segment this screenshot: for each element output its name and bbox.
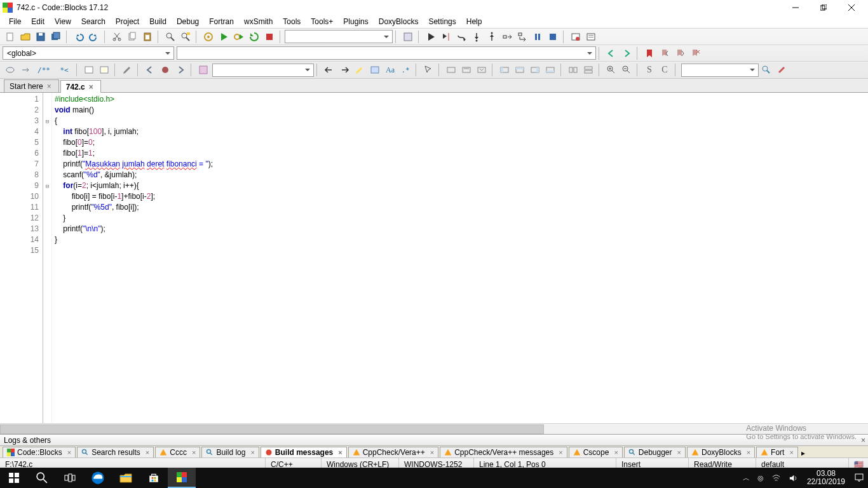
build-icon[interactable] <box>201 30 216 44</box>
search-button[interactable] <box>28 468 56 488</box>
cut-icon[interactable] <box>109 30 125 44</box>
zoom-in-icon[interactable] <box>604 63 619 77</box>
tray-wifi-icon[interactable] <box>768 468 785 488</box>
log-tab-close-icon[interactable]: × <box>747 449 750 456</box>
menu-file[interactable]: File <box>4 16 26 27</box>
log-tab-build-messages[interactable]: Build messages× <box>261 447 347 458</box>
menu-doxyblocks[interactable]: DoxyBlocks <box>374 16 424 27</box>
close-button[interactable] <box>837 0 865 15</box>
match-case-icon[interactable]: Aa <box>383 63 398 77</box>
log-tab-close-icon[interactable]: × <box>146 449 149 456</box>
log-tab-close-icon[interactable]: × <box>677 449 681 456</box>
debug-run-icon[interactable] <box>423 30 438 44</box>
fortran-combo[interactable] <box>212 64 314 77</box>
log-tabs-more-icon[interactable]: ▸ <box>799 449 807 458</box>
code-area[interactable]: #include<stdio.h>void main(){ int fibo[1… <box>52 93 868 423</box>
tray-notifications-icon[interactable] <box>850 468 868 488</box>
bookmark-prev-icon[interactable] <box>657 46 672 60</box>
log-tab-close-icon[interactable]: × <box>338 449 342 456</box>
code-editor[interactable]: 123456789101112131415 ⊟⊟ #include<stdio.… <box>0 93 868 423</box>
log-tab-search-results[interactable]: Search results× <box>77 447 154 458</box>
log-tab-cscope[interactable]: Cscope× <box>569 447 623 458</box>
doxy-extract-icon[interactable] <box>18 63 33 77</box>
doxy-line-icon[interactable]: *< <box>55 63 74 77</box>
search-combo[interactable] <box>681 64 759 77</box>
menu-settings[interactable]: Settings <box>423 16 461 27</box>
split1-icon[interactable] <box>566 63 581 77</box>
split2-icon[interactable] <box>581 63 596 77</box>
log-tab-fort[interactable]: Fort× <box>756 447 798 458</box>
scope-combo[interactable]: <global> <box>3 46 174 60</box>
system-tray[interactable]: ︿ ◎ 03.0822/10/2019 <box>739 468 868 488</box>
log-tab-close-icon[interactable]: × <box>789 449 793 456</box>
replace-icon[interactable] <box>178 30 193 44</box>
log-tab-close-icon[interactable]: × <box>67 449 71 456</box>
log-tab-close-icon[interactable]: × <box>430 449 434 456</box>
menu-debug[interactable]: Debug <box>172 16 204 27</box>
arrow-right-icon[interactable] <box>337 63 352 77</box>
tray-chevron-icon[interactable]: ︿ <box>739 468 754 488</box>
new-file-icon[interactable] <box>3 30 18 44</box>
symbol-combo[interactable] <box>177 46 596 60</box>
letter-c-icon[interactable]: C <box>657 63 672 77</box>
regex-icon[interactable]: .* <box>398 63 413 77</box>
box1-icon[interactable] <box>444 63 459 77</box>
editor-hscrollbar[interactable] <box>0 423 868 434</box>
run-icon[interactable] <box>216 30 231 44</box>
doxy-chm-icon[interactable] <box>97 63 112 77</box>
record-icon[interactable] <box>158 63 173 77</box>
target-settings-icon[interactable] <box>400 30 416 44</box>
build-run-icon[interactable] <box>231 30 247 44</box>
build-target-combo[interactable] <box>285 30 393 43</box>
tab-close-icon[interactable]: × <box>89 83 95 92</box>
doxy-config-icon[interactable] <box>119 63 135 77</box>
minimize-button[interactable] <box>782 0 810 15</box>
tab-start-here[interactable]: Start here× <box>4 79 59 92</box>
prev-mark-icon[interactable] <box>142 63 158 77</box>
tab-close-icon[interactable]: × <box>47 82 53 91</box>
log-tab-debugger[interactable]: Debugger× <box>624 447 686 458</box>
store-icon[interactable] <box>140 468 168 488</box>
next-line-icon[interactable] <box>454 30 469 44</box>
doxy-block-icon[interactable]: /** <box>33 63 55 77</box>
next-instr-icon[interactable] <box>499 30 515 44</box>
rebuild-icon[interactable] <box>247 30 262 44</box>
break-debug-icon[interactable] <box>530 30 545 44</box>
arrow-left-icon[interactable] <box>322 63 337 77</box>
panel2-icon[interactable] <box>512 63 527 77</box>
nav-fwd-icon[interactable] <box>619 46 634 60</box>
next-mark-icon[interactable] <box>173 63 188 77</box>
box3-icon[interactable] <box>474 63 489 77</box>
run-to-cursor-icon[interactable] <box>438 30 454 44</box>
menu-tools+[interactable]: Tools+ <box>306 16 338 27</box>
log-tab-cccc[interactable]: Cccc× <box>155 447 200 458</box>
search-opts-icon[interactable] <box>774 63 789 77</box>
tab-742-c[interactable]: 742.c× <box>60 80 101 93</box>
menu-project[interactable]: Project <box>111 16 144 27</box>
maximize-button[interactable] <box>810 0 837 15</box>
abort-icon[interactable] <box>262 30 277 44</box>
menu-search[interactable]: Search <box>76 16 111 27</box>
find-icon[interactable] <box>163 30 178 44</box>
tray-volume-icon[interactable] <box>785 468 802 488</box>
cursor-icon[interactable] <box>421 63 436 77</box>
step-into-instr-icon[interactable] <box>515 30 530 44</box>
doxy-run-icon[interactable] <box>3 63 18 77</box>
nav-back-icon[interactable] <box>604 46 619 60</box>
log-tab-close-icon[interactable]: × <box>250 449 254 456</box>
panel3-icon[interactable] <box>527 63 543 77</box>
step-out-icon[interactable] <box>484 30 499 44</box>
doxy-html-icon[interactable] <box>81 63 97 77</box>
taskbar[interactable]: ︿ ◎ 03.0822/10/2019 <box>0 468 868 488</box>
step-into-icon[interactable] <box>469 30 484 44</box>
open-file-icon[interactable] <box>18 30 33 44</box>
redo-icon[interactable] <box>86 30 102 44</box>
bookmark-clear-icon[interactable] <box>688 46 703 60</box>
highlight-icon[interactable] <box>352 63 367 77</box>
fortran-icon[interactable] <box>196 63 211 77</box>
log-tab-code-blocks[interactable]: Code::Blocks× <box>3 447 76 458</box>
codeblocks-taskbar-icon[interactable] <box>168 468 196 488</box>
panel4-icon[interactable] <box>543 63 558 77</box>
log-tab-build-log[interactable]: Build log× <box>201 447 259 458</box>
log-tab-close-icon[interactable]: × <box>614 449 618 456</box>
